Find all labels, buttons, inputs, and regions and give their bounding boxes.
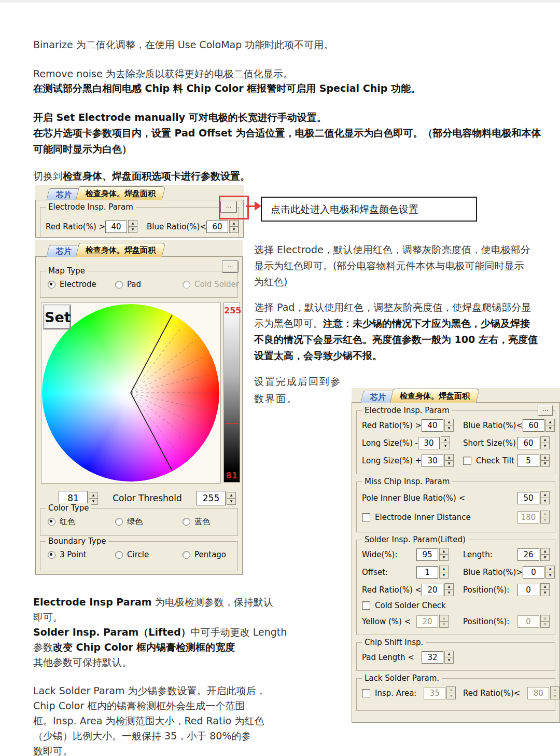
spin-down-icon[interactable]: ▼: [439, 554, 449, 561]
spin-down-icon[interactable]: ▼: [444, 657, 454, 664]
radio-button[interactable]: [115, 281, 123, 288]
spin-down-icon[interactable]: ▼: [444, 589, 454, 596]
radio-button[interactable]: [115, 551, 123, 559]
more-options-button[interactable]: ...: [538, 405, 553, 416]
radio-option-item[interactable]: 绿色: [115, 517, 183, 527]
spin-buttons[interactable]: ▲▼: [545, 419, 555, 432]
spin-down-icon[interactable]: ▼: [540, 443, 550, 449]
checkbox[interactable]: [463, 457, 471, 465]
spin-down-icon[interactable]: ▼: [540, 460, 550, 467]
spinbox-wide[interactable]: 95▲▼: [416, 548, 449, 561]
spin-value[interactable]: 30: [422, 455, 443, 467]
param-field: Red Ratio(%)<80▲▼: [463, 686, 550, 699]
spin-down-icon[interactable]: ▼: [444, 460, 454, 467]
group-title: Electrode Insp. Param: [362, 406, 452, 415]
spin-buttons[interactable]: ▲▼: [444, 454, 454, 467]
spin-down-icon[interactable]: ▼: [545, 572, 555, 579]
radio-label: 红色: [60, 517, 75, 527]
spin-value[interactable]: 40: [105, 221, 127, 233]
spinbox-position[interactable]: 0▲▼: [517, 583, 550, 596]
radio-option-item[interactable]: 红色: [48, 517, 115, 527]
spin-value[interactable]: 5: [517, 455, 539, 467]
spin-value[interactable]: 26: [517, 548, 539, 561]
spin-buttons[interactable]: ▲▼: [439, 566, 449, 579]
spin-buttons[interactable]: ▲▼: [540, 436, 550, 449]
tab-inspect-body-pad[interactable]: 检查身体。焊盘面积: [76, 186, 166, 200]
spin-value: 180: [517, 511, 539, 524]
spin-value[interactable]: 50: [517, 492, 539, 504]
spin-value[interactable]: 1: [416, 566, 438, 579]
spin-value[interactable]: 60: [517, 437, 539, 449]
spin-value[interactable]: 60: [206, 221, 228, 233]
radio-button[interactable]: [183, 551, 190, 559]
spin-buttons[interactable]: ▲▼: [540, 548, 550, 561]
spin-value[interactable]: 40: [422, 419, 443, 432]
checkbox[interactable]: [362, 601, 370, 610]
spin-buttons[interactable]: ▲▼: [441, 436, 450, 449]
radio-option-circle[interactable]: Circle: [115, 550, 183, 559]
spin-buttons[interactable]: ▲▼: [545, 566, 555, 579]
spinbox-pole-inner-blue-ratio[interactable]: 50▲▼: [517, 491, 550, 504]
spinbox-pad-length[interactable]: 32▲▼: [422, 651, 454, 664]
spin-buttons[interactable]: ▲▼: [439, 548, 449, 561]
radio-option-pentago[interactable]: Pentago: [183, 550, 226, 559]
spinbox-offset[interactable]: 1▲▼: [416, 566, 449, 579]
radio-button[interactable]: [115, 518, 123, 526]
spin-buttons[interactable]: ▲▼: [89, 492, 98, 505]
spin-buttons[interactable]: ▲▼: [128, 220, 137, 233]
spin-buttons[interactable]: ▲▼: [540, 491, 550, 504]
spin-down-icon[interactable]: ▼: [441, 443, 450, 449]
spin-value[interactable]: 30: [418, 437, 440, 449]
paragraph-switch-tab: 切换到检查身体、焊盘面积选项卡进行参数设置。: [33, 168, 250, 184]
spin-value[interactable]: 0: [523, 566, 544, 579]
spin-buttons[interactable]: ▲▼: [227, 492, 236, 505]
spin-down-icon[interactable]: ▼: [540, 498, 550, 504]
radio-button[interactable]: [48, 518, 55, 526]
spin-down-icon[interactable]: ▼: [540, 589, 550, 596]
spin-buttons[interactable]: ▲▼: [540, 454, 550, 467]
radio-button[interactable]: [48, 281, 55, 288]
brightness-gradient-bar[interactable]: 255 81: [223, 303, 240, 483]
spinbox-long-size[interactable]: 30▲▼: [422, 454, 454, 467]
threshold-high-spinbox[interactable]: 255 ▲▼: [197, 491, 236, 505]
spin-down-icon[interactable]: ▼: [128, 226, 137, 233]
spin-buttons[interactable]: ▲▼: [444, 651, 454, 664]
spinbox-red-ratio[interactable]: 40▲▼: [105, 220, 137, 233]
set-button[interactable]: Set: [44, 305, 71, 329]
spin-value[interactable]: 0: [517, 584, 539, 596]
spinbox-red-ratio[interactable]: 20▲▼: [422, 583, 454, 596]
spin-buttons[interactable]: ▲▼: [540, 583, 550, 596]
spin-buttons[interactable]: ▲▼: [444, 419, 454, 432]
spinbox-red-ratio[interactable]: 40▲▼: [422, 419, 454, 432]
spin-value[interactable]: 20: [422, 584, 443, 596]
checkbox[interactable]: [362, 689, 370, 697]
spin-buttons[interactable]: ▲▼: [229, 220, 239, 233]
radio-option-electrode[interactable]: Electrode: [48, 280, 115, 289]
spinbox-long-size[interactable]: 30▲▼: [418, 436, 450, 449]
spin-value[interactable]: 95: [416, 548, 438, 561]
spin-down-icon[interactable]: ▼: [545, 425, 555, 432]
radio-button[interactable]: [48, 551, 55, 559]
tab-inspect-body-pad[interactable]: 检查身体。焊盘面积: [76, 243, 166, 257]
spin-buttons[interactable]: ▲▼: [444, 583, 454, 596]
radio-option-item[interactable]: 蓝色: [183, 517, 210, 527]
spin-down-icon[interactable]: ▼: [227, 498, 236, 505]
spinbox-check-tilt[interactable]: 5▲▼: [517, 454, 550, 467]
spin-value[interactable]: 255: [197, 491, 226, 505]
spinbox-length[interactable]: 26▲▼: [517, 548, 550, 561]
tab-inspect-body-pad[interactable]: 检查身体。焊盘面积: [390, 389, 480, 403]
spin-value[interactable]: 60: [523, 419, 544, 432]
spin-down-icon[interactable]: ▼: [444, 425, 454, 432]
spin-down-icon[interactable]: ▼: [229, 226, 239, 233]
spin-value[interactable]: 32: [422, 651, 443, 664]
radio-option-3-point[interactable]: 3 Point: [48, 550, 115, 559]
spinbox-blue-ratio[interactable]: 60▲▼: [206, 220, 239, 233]
radio-option-pad[interactable]: Pad: [115, 280, 183, 289]
checkbox[interactable]: [362, 513, 370, 521]
spinbox-blue-ratio[interactable]: 0▲▼: [523, 566, 555, 579]
radio-button[interactable]: [183, 518, 190, 526]
spinbox-blue-ratio[interactable]: 60▲▼: [523, 419, 555, 432]
spin-down-icon[interactable]: ▼: [439, 572, 449, 579]
spinbox-short-size[interactable]: 60▲▼: [517, 436, 550, 449]
spin-down-icon[interactable]: ▼: [540, 554, 550, 561]
